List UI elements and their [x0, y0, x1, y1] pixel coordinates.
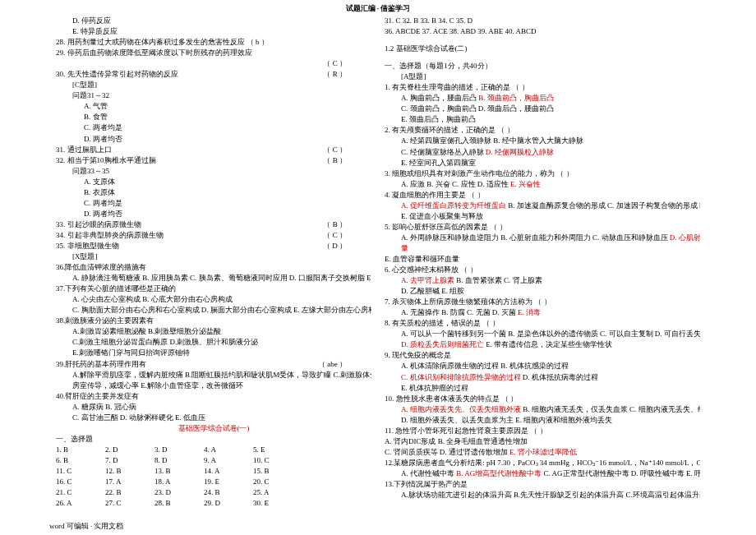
answer-bracket: （ B ）: [323, 155, 371, 166]
question-6: 6. 心交感神经末梢释放 （ ）: [385, 265, 700, 275]
q-text: 33. 引起沙眼的病原微生物: [56, 219, 141, 230]
option-row: A.解除平滑肌痉挛，缓解内脏绞痛 B.阻断虹膜括约肌和睫状肌M受体，导致扩瞳 C…: [56, 370, 371, 380]
answer-row: 21. C22. B23. D24. B25. A: [56, 487, 371, 498]
q-text: 39.肝托药的基本药理作用有: [56, 359, 146, 370]
answer-cell: 19. E: [204, 477, 253, 487]
option-row: A.刺激胃泌素细胞泌酸 B.刺激壁细胞分泌盐酸: [56, 326, 371, 337]
answer-bracket: （ abe ）: [318, 359, 371, 370]
answer-cell: 30. E: [253, 498, 302, 509]
text-line: D. 停药反应: [56, 16, 371, 26]
option-row: E. 促进血小板聚集与释放: [385, 211, 700, 222]
option-row: E.刺激嗜铬门穿与同归抬询评原铀特: [56, 348, 371, 358]
option-row: C.刺激主细胞分泌胃蛋白酶原 D.刺激胰、胆汁和肠液分泌: [56, 337, 371, 348]
question-13: 13.下列情况属于热产的是: [385, 479, 700, 490]
answer-highlight: B. 颈曲前凸，胸曲后凸: [478, 94, 554, 102]
q-text: 30. 先天性遗传异常引起对药物的反应: [56, 69, 178, 80]
question-label: 问题33～35: [56, 166, 371, 177]
answer-bracket: （ B ）: [323, 219, 371, 230]
answer-bracket: （ C ）: [323, 145, 371, 155]
option-row: A. 肾内DIC形成 B. 全身毛细血管通透性增加: [385, 436, 700, 447]
answer-cell: 1. B: [56, 445, 105, 455]
option-row: C. 经侧脑室脉络丛入静脉 D. 经侧网膜粒入静脉: [385, 147, 700, 158]
q-text: 35. 非细胞型微生物: [56, 241, 119, 251]
option-row: C. 机体识别和排除抗原性异物的过程 D. 机体抵抗病毒的过程: [385, 372, 700, 383]
option-c: C. 两者均是: [56, 198, 371, 209]
answer-cell: 20. C: [253, 477, 302, 487]
answer-bracket: （ C ）: [323, 230, 371, 241]
answer-cell: 10. C: [253, 455, 302, 466]
option-b: B. 衣原体: [56, 187, 371, 198]
type-label: [A型题]: [385, 71, 700, 82]
option-row: A. 促纤维蛋白原转变为纤维蛋白 B. 加速凝血酶原复合物的形成 C. 加速因子…: [385, 201, 700, 211]
option-row: C. 肾间质质疾等 D. 通过肾遗传散增加 E. 肾小球滤过率降低: [385, 447, 700, 458]
row: （ C ）: [56, 58, 371, 69]
answer-highlight: A. 去甲肾上腺素: [401, 276, 454, 284]
question-11: 11. 急性肾小管坏死引起急性肾衰主要原因是 （ ）: [385, 426, 700, 436]
answer-cell: 6. B: [56, 455, 105, 466]
select-label: 一、选择题: [56, 434, 371, 445]
question-8: 8. 有关质粒的描述，错误的是 （ ）: [385, 318, 700, 329]
option-row: E. 机体抗肿瘤的过程: [385, 383, 700, 394]
option-a: A. 气管: [56, 101, 371, 112]
option-row: A. 无菌操作 B. 防腐 C. 无菌 D. 灭菌 E. 消毒: [385, 307, 700, 318]
answer-row: 11. C12. B13. B14. A15. B: [56, 466, 371, 477]
question-3: 3. 细胞或组织具有对刺激产生动作电位的能力，称为 （ ）: [385, 168, 700, 179]
text-line: E. 特异质反应: [56, 26, 371, 37]
question-29: 29. 停药后血药物浓度降低至阈浓度以下时所残存的药理效应: [56, 48, 371, 58]
option-b: B. 食管: [56, 112, 371, 122]
answer-highlight: D. 质粒丢失后则细菌死亡: [401, 340, 484, 348]
answer-cell: 3. D: [154, 445, 204, 455]
question-5: 5. 影响心脏舒张压高低的因素是 （ ）: [385, 222, 700, 233]
option-row: A. 心尖由左心室构成 B. 心底大部分由右心房构成: [56, 294, 371, 305]
answer-cell: 12. B: [105, 466, 154, 477]
option-row: A. 细胞内液丢失先、仅丢失细胞外液 B. 细胞内液无丢失，仅丢失血浆 C. 细…: [385, 404, 700, 415]
answer-cell: 16. C: [56, 477, 105, 487]
answer-highlight: D. 经侧网膜粒入静脉: [486, 148, 554, 156]
answer-cell: 5. E: [253, 445, 302, 455]
answer-cell: 9. A: [204, 455, 253, 466]
option-row: 房室传导，减缓心率 E.解除小血管痉挛，改善微循环: [56, 380, 371, 391]
answer-highlight: D. 心肌射血能力和静脉回心血: [670, 233, 700, 242]
answer-row: 1. B2. D3. D4. A5. E: [56, 445, 371, 455]
answers-grid: 1. B2. D3. D4. A5. E6. B7. D8. D9. A10. …: [56, 445, 371, 509]
question-4: 4. 凝血细胞的作用主要是 （ ）: [385, 190, 700, 201]
question-12: 12.某糖尿病患者血气分析结果: pH 7.30，PaCO₂ 34 mmHg，H…: [385, 458, 700, 468]
option-row: A. 代谢性碱中毒 B. AG增高型代谢性酸中毒 C. AG正常型代谢性酸中毒 …: [385, 468, 700, 479]
question-label: 问题31～32: [56, 90, 371, 101]
option-row: E. 血管容量和循环血量: [385, 254, 700, 265]
option-row: D. 乙酸胆碱 E. 组胺: [385, 286, 700, 297]
question-7: 7. 杀灭物体上所病原微生物繁殖体的方法称为 （ ）: [385, 297, 700, 307]
answer-cell: 4. A: [204, 445, 253, 455]
option-row: A. 去甲肾上腺素 B. 血管紧张素 C. 肾上腺素: [385, 275, 700, 286]
q-text: 31. 通过膈肌上口: [56, 145, 112, 155]
option-cont: 量: [385, 243, 700, 254]
question-32: 32. 相当于第10胸椎水平通过膈（ B ）: [56, 155, 371, 166]
answer-cell: 24. B: [204, 487, 253, 498]
answer-cell: 21. C: [56, 487, 105, 498]
section-title: 基础医学综合试卷(一): [56, 423, 371, 434]
answer-cell: 7. D: [105, 455, 154, 466]
type-label: [C型题]: [56, 80, 371, 90]
option-row: C. 颈曲前凸，胸曲前凸 D. 颈曲后凸，腰曲前凸: [385, 104, 700, 114]
question-2: 2. 有关颅窦循环的描述，正确的是 （ ）: [385, 125, 700, 136]
answer-highlight: A. 细胞内液丢失先、仅丢失细胞外液: [401, 405, 521, 413]
question-28: 28. 用药剂量过大或药物在体内蓄积过多发生的危害性反应 （ b ）: [56, 37, 371, 48]
answer-cell: 22. B: [105, 487, 154, 498]
answer-cell: 27. C: [105, 498, 154, 509]
question-37: 37.下列有关心脏的描述哪些是正确的: [56, 284, 371, 294]
option-row: A. 胸曲前凸，腰曲后凸 B. 颈曲前凸，胸曲后凸: [385, 93, 700, 104]
option-row: A. 外周静脉压和静脉血逆阻力 B. 心脏射血能力和外周阻力 C. 动脉血压和静…: [385, 233, 700, 243]
option-row: E. 经室间孔入第四脑室: [385, 158, 700, 168]
answer-line: 31. C 32. B 33. B 34. C 35. D: [385, 16, 700, 26]
answer-cell: 29. D: [204, 498, 253, 509]
option-row: A. 经第四脑室侧孔入颈静脉 B. 经中脑水管入大脑大静脉: [385, 136, 700, 146]
page-footer: word 可编辑 · 实用文档: [49, 521, 124, 532]
right-column: 31. C 32. B 33. B 34. C 35. D 36. ABCDE …: [378, 16, 707, 509]
option-row: C. 胸肋面大部分由右心房和右心室构成 D. 膈面大部分由右心室构成 E. 左缘…: [56, 305, 371, 316]
question-1: 1. 有关脊柱生理弯曲的描述，正确的是 （ ）: [385, 82, 700, 93]
select-label: 一、选择题（每题1分，共40分）: [385, 61, 700, 71]
answer-row: 6. B7. D8. D9. A10. C: [56, 455, 371, 466]
answer-highlight: B. AG增高型代谢性酸中毒: [456, 469, 542, 477]
answer-cell: 15. B: [253, 466, 302, 477]
question-10: 10. 急性脱水患者体液丢失的特点是 （ ）: [385, 394, 700, 404]
